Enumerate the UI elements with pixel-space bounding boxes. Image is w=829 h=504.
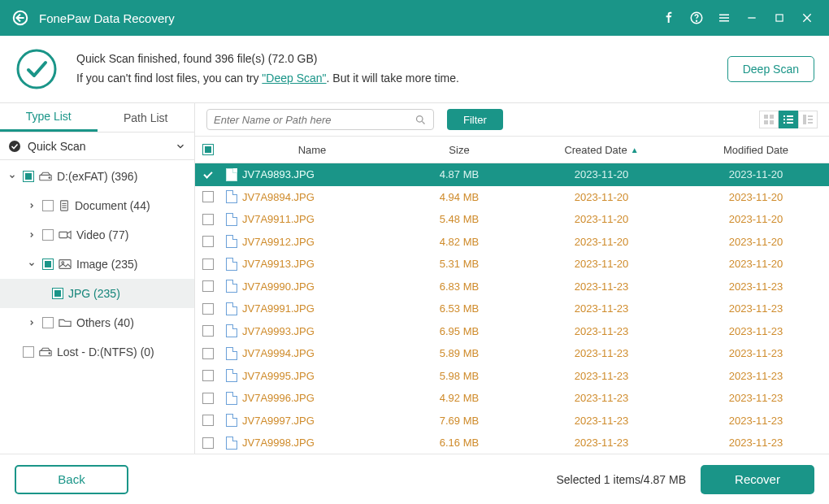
content-pane: Filter Name Size Created Date▲ Modified … <box>195 103 829 454</box>
tree-node-video[interactable]: Video (77) <box>0 220 194 250</box>
filter-button[interactable]: Filter <box>447 109 503 130</box>
view-details-button[interactable] <box>798 111 818 128</box>
table-row[interactable]: JV7A9894.JPG4.94 MB2023-11-202023-11-20 <box>195 186 829 209</box>
tab-path-list[interactable]: Path List <box>98 103 195 132</box>
quick-scan-label: Quick Scan <box>28 140 86 153</box>
view-grid-button[interactable] <box>759 111 779 128</box>
back-button[interactable]: Back <box>15 465 128 494</box>
checkbox[interactable] <box>52 288 63 299</box>
chevron-right-icon[interactable] <box>26 202 37 210</box>
chevron-down-icon[interactable] <box>26 260 37 268</box>
table-row[interactable]: JV7A9913.JPG5.31 MB2023-11-202023-11-20 <box>195 253 829 276</box>
quick-scan-header[interactable]: Quick Scan <box>0 133 194 160</box>
table-row[interactable]: JV7A9994.JPG5.89 MB2023-11-232023-11-23 <box>195 342 829 365</box>
column-modified[interactable]: Modified Date <box>683 144 829 156</box>
row-checkbox[interactable] <box>202 214 214 225</box>
table-row[interactable]: JV7A9998.JPG6.16 MB2023-11-232023-11-23 <box>195 432 829 454</box>
row-checkbox[interactable] <box>202 415 214 426</box>
file-name: JV7A9893.JPG <box>242 168 315 180</box>
tab-type-list[interactable]: Type List <box>0 103 98 132</box>
tree-node-image[interactable]: Image (235) <box>0 250 194 279</box>
search-box[interactable] <box>206 109 434 130</box>
file-modified: 2023-11-20 <box>683 191 829 203</box>
deep-scan-button[interactable]: Deep Scan <box>727 56 814 82</box>
checkbox[interactable] <box>42 229 54 241</box>
tree-node-jpg[interactable]: JPG (235) <box>0 279 194 308</box>
chevron-right-icon[interactable] <box>26 319 37 327</box>
chevron-down-icon[interactable] <box>7 172 18 180</box>
chevron-right-icon[interactable] <box>26 231 37 239</box>
tree-node-others[interactable]: Others (40) <box>0 308 194 337</box>
file-name: JV7A9991.JPG <box>242 302 315 315</box>
column-created[interactable]: Created Date▲ <box>520 144 683 156</box>
svg-rect-37 <box>808 119 813 120</box>
row-checkbox[interactable] <box>202 325 214 337</box>
checkbox[interactable] <box>42 200 54 211</box>
select-all-checkbox[interactable] <box>202 144 214 155</box>
tree-node-document[interactable]: Document (44) <box>0 191 194 220</box>
menu-button[interactable] <box>710 0 738 36</box>
file-size: 4.94 MB <box>398 191 520 203</box>
svg-rect-33 <box>783 122 785 124</box>
row-checkbox[interactable] <box>202 393 214 404</box>
row-checkbox[interactable] <box>202 169 214 180</box>
row-checkbox[interactable] <box>202 236 214 247</box>
file-size: 4.92 MB <box>398 392 520 404</box>
checkbox[interactable] <box>23 171 34 182</box>
row-checkbox[interactable] <box>202 437 214 449</box>
table-row[interactable]: JV7A9995.JPG5.98 MB2023-11-232023-11-23 <box>195 365 829 388</box>
row-checkbox[interactable] <box>202 303 214 315</box>
help-button[interactable] <box>683 0 710 36</box>
table-row[interactable]: JV7A9990.JPG6.83 MB2023-11-232023-11-23 <box>195 276 829 298</box>
minimize-button[interactable] <box>738 0 766 36</box>
row-checkbox[interactable] <box>202 348 214 359</box>
tree-label: D:(exFAT) (396) <box>57 170 137 183</box>
deep-scan-link[interactable]: "Deep Scan" <box>262 72 326 85</box>
checkbox[interactable] <box>42 259 54 270</box>
file-size: 5.31 MB <box>398 258 520 270</box>
svg-point-23 <box>417 115 423 122</box>
file-created: 2023-11-20 <box>520 191 683 203</box>
video-icon <box>59 229 72 241</box>
checkbox[interactable] <box>42 317 54 328</box>
view-list-button[interactable] <box>779 111 798 128</box>
facebook-button[interactable] <box>655 0 683 36</box>
checkbox[interactable] <box>23 346 34 358</box>
file-name: JV7A9990.JPG <box>242 280 315 293</box>
row-checkbox[interactable] <box>202 259 214 270</box>
file-icon <box>226 347 237 360</box>
tree-node-lost[interactable]: Lost - D:(NTFS) (0) <box>0 337 194 367</box>
row-checkbox[interactable] <box>202 280 214 292</box>
tree-node-drive[interactable]: D:(exFAT) (396) <box>0 162 194 191</box>
table-row[interactable]: JV7A9993.JPG6.95 MB2023-11-232023-11-23 <box>195 320 829 343</box>
recover-button[interactable]: Recover <box>701 465 814 494</box>
column-size[interactable]: Size <box>398 144 520 156</box>
table-row[interactable]: JV7A9997.JPG7.69 MB2023-11-232023-11-23 <box>195 410 829 432</box>
chevron-down-icon[interactable] <box>175 141 186 152</box>
check-circle-icon <box>8 140 21 153</box>
table-row[interactable]: JV7A9911.JPG5.48 MB2023-11-202023-11-20 <box>195 208 829 231</box>
table-row[interactable]: JV7A9893.JPG4.87 MB2023-11-202023-11-20 <box>195 163 829 186</box>
search-icon[interactable] <box>414 114 427 126</box>
file-modified: 2023-11-20 <box>683 213 829 225</box>
file-icon <box>226 280 237 293</box>
svg-point-11 <box>9 141 20 152</box>
row-checkbox[interactable] <box>202 191 214 202</box>
file-created: 2023-11-23 <box>520 302 683 315</box>
close-button[interactable] <box>793 0 821 36</box>
file-name: JV7A9911.JPG <box>242 213 315 225</box>
file-name: JV7A9995.JPG <box>242 370 315 382</box>
table-row[interactable]: JV7A9996.JPG4.92 MB2023-11-232023-11-23 <box>195 387 829 410</box>
column-name[interactable]: Name <box>221 144 398 156</box>
search-input[interactable] <box>214 114 414 126</box>
row-checkbox[interactable] <box>202 370 214 381</box>
file-rows[interactable]: JV7A9893.JPG4.87 MB2023-11-202023-11-20J… <box>195 163 829 454</box>
file-created: 2023-11-23 <box>520 415 683 427</box>
table-row[interactable]: JV7A9912.JPG4.82 MB2023-11-202023-11-20 <box>195 231 829 254</box>
status-line-2: If you can't find lost files, you can tr… <box>76 69 459 89</box>
maximize-button[interactable] <box>766 0 793 36</box>
table-row[interactable]: JV7A9991.JPG6.53 MB2023-11-232023-11-23 <box>195 298 829 320</box>
file-size: 6.95 MB <box>398 325 520 337</box>
svg-rect-38 <box>808 122 813 124</box>
file-created: 2023-11-23 <box>520 280 683 293</box>
